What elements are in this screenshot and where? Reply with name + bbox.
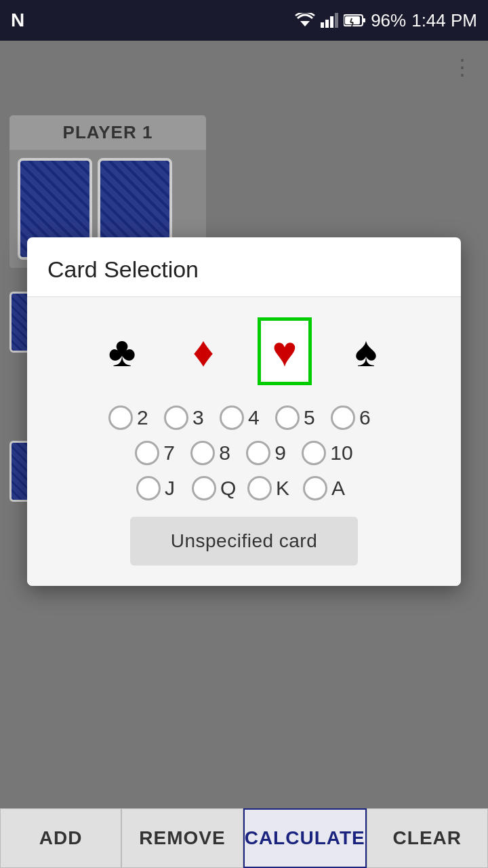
rank-5-option[interactable]: 5 — [275, 406, 324, 430]
rank-q-option[interactable]: Q — [192, 476, 241, 500]
modal-title: Card Selection — [27, 237, 461, 297]
rank-7-radio[interactable] — [135, 441, 159, 465]
rank-k-option[interactable]: K — [247, 476, 296, 500]
rank-a-option[interactable]: A — [303, 476, 352, 500]
rank-8-radio[interactable] — [190, 441, 215, 465]
rank-6-option[interactable]: 6 — [331, 406, 380, 430]
rank-9-option[interactable]: 9 — [246, 441, 295, 465]
app-logo: N — [11, 9, 24, 31]
svg-rect-2 — [325, 20, 329, 28]
svg-rect-4 — [335, 13, 338, 28]
status-left: N — [11, 9, 24, 31]
rank-3-label: 3 — [192, 406, 213, 429]
svg-marker-0 — [300, 21, 310, 26]
remove-button[interactable]: REMOVE — [121, 808, 243, 868]
rank-q-radio[interactable] — [192, 476, 216, 500]
rank-3-option[interactable]: 3 — [164, 406, 213, 430]
rank-a-radio[interactable] — [303, 476, 327, 500]
add-button[interactable]: ADD — [0, 808, 121, 868]
rank-row-2: 7 8 9 10 — [41, 441, 447, 465]
rank-10-option[interactable]: 10 — [302, 441, 352, 465]
rank-7-label: 7 — [163, 441, 184, 465]
suit-clubs[interactable]: ♣ — [95, 317, 149, 385]
suit-hearts[interactable]: ♥ — [258, 317, 312, 385]
rank-10-label: 10 — [330, 441, 352, 465]
rank-a-label: A — [331, 477, 352, 500]
rank-5-label: 5 — [304, 406, 324, 429]
card-selection-modal: Card Selection ♣ ♦ ♥ ♠ 2 3 4 — [27, 237, 461, 586]
rank-2-label: 2 — [137, 406, 157, 429]
rank-7-option[interactable]: 7 — [135, 441, 184, 465]
status-bar: N 96% 1:44 PM — [0, 0, 488, 41]
modal-body: ♣ ♦ ♥ ♠ 2 3 4 5 6 — [27, 297, 461, 586]
rank-4-radio[interactable] — [220, 406, 244, 430]
suit-diamonds[interactable]: ♦ — [176, 317, 230, 385]
rank-4-option[interactable]: 4 — [220, 406, 268, 430]
wifi-icon — [295, 13, 315, 28]
status-right: 96% 1:44 PM — [295, 10, 477, 31]
suit-spades[interactable]: ♠ — [339, 317, 393, 385]
signal-icon — [321, 13, 338, 28]
rank-2-option[interactable]: 2 — [108, 406, 157, 430]
rank-row-3: J Q K A — [41, 476, 447, 500]
clock: 1:44 PM — [411, 10, 477, 31]
rank-10-radio[interactable] — [302, 441, 326, 465]
rank-2-radio[interactable] — [108, 406, 133, 430]
rank-j-radio[interactable] — [136, 476, 161, 500]
rank-j-label: J — [165, 477, 185, 500]
clear-button[interactable]: CLEAR — [367, 808, 488, 868]
svg-rect-3 — [330, 16, 333, 28]
rank-row-1: 2 3 4 5 6 — [41, 406, 447, 430]
rank-3-radio[interactable] — [164, 406, 188, 430]
player1-label: PLAYER 1 — [9, 115, 206, 150]
rank-q-label: Q — [220, 477, 241, 500]
rank-8-label: 8 — [219, 441, 239, 465]
svg-rect-1 — [321, 22, 324, 28]
rank-k-label: K — [276, 477, 296, 500]
rank-6-radio[interactable] — [331, 406, 355, 430]
rank-4-label: 4 — [248, 406, 268, 429]
bottom-bar: ADD REMOVE CALCULATE CLEAR — [0, 808, 488, 868]
rank-k-radio[interactable] — [247, 476, 272, 500]
battery-icon — [344, 13, 365, 28]
rank-8-option[interactable]: 8 — [190, 441, 239, 465]
overflow-menu-button[interactable]: ⋮ — [451, 54, 474, 80]
rank-9-radio[interactable] — [246, 441, 270, 465]
suit-row: ♣ ♦ ♥ ♠ — [41, 317, 447, 385]
calculate-button[interactable]: CALCULATE — [243, 808, 367, 868]
rank-9-label: 9 — [274, 441, 295, 465]
svg-rect-6 — [363, 18, 365, 22]
rank-6-label: 6 — [359, 406, 380, 429]
rank-j-option[interactable]: J — [136, 476, 185, 500]
rank-5-radio[interactable] — [275, 406, 300, 430]
unspecified-card-button[interactable]: Unspecified card — [130, 517, 359, 566]
battery-percent: 96% — [371, 10, 406, 31]
